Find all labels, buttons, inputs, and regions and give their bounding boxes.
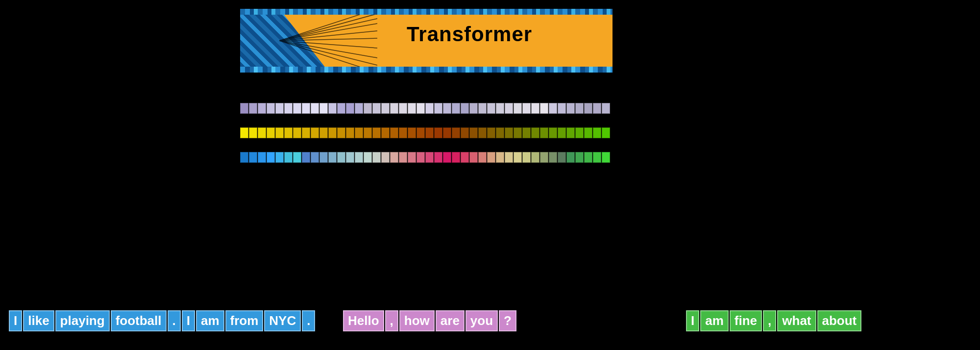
token-cell <box>496 103 504 114</box>
token-cell <box>267 127 275 138</box>
token-cell <box>390 127 398 138</box>
token-cell <box>593 103 601 114</box>
token-cell <box>284 152 293 163</box>
token-word: about <box>817 310 862 331</box>
token-word: . <box>302 310 315 331</box>
token-cell <box>443 127 451 138</box>
token-cell <box>399 152 407 163</box>
token-word: how <box>399 310 435 331</box>
token-cell <box>558 103 566 114</box>
token-cell <box>381 127 390 138</box>
token-cell <box>240 152 248 163</box>
token-cell <box>487 103 495 114</box>
token-bar-1 <box>240 103 610 114</box>
token-cell <box>355 103 363 114</box>
token-bar-3 <box>240 152 610 163</box>
banner-fan-icon <box>279 9 377 73</box>
token-cell <box>496 127 504 138</box>
token-cell <box>514 152 522 163</box>
token-bar-2 <box>240 127 610 138</box>
token-cell <box>328 103 337 114</box>
banner: Transformer <box>240 9 612 73</box>
token-cell <box>249 103 257 114</box>
token-word: NYC <box>264 310 301 331</box>
token-cell <box>514 103 522 114</box>
token-cell <box>425 152 434 163</box>
token-cell <box>355 152 363 163</box>
token-cell <box>337 103 345 114</box>
token-cell <box>469 103 478 114</box>
token-cell <box>566 127 575 138</box>
token-cell <box>293 152 301 163</box>
token-cell <box>346 152 354 163</box>
token-cell <box>522 152 531 163</box>
token-word: ? <box>499 310 516 331</box>
token-word: Hello <box>343 310 384 331</box>
token-cell <box>575 103 584 114</box>
token-cell <box>452 127 460 138</box>
token-cell <box>390 152 398 163</box>
token-word: I <box>9 310 22 331</box>
token-cell <box>328 152 337 163</box>
token-cell <box>593 152 601 163</box>
token-cell <box>258 103 266 114</box>
token-cell <box>258 127 266 138</box>
token-cell <box>399 127 407 138</box>
token-cell <box>249 152 257 163</box>
token-cell <box>531 127 539 138</box>
token-cell <box>425 103 434 114</box>
token-cell <box>478 152 487 163</box>
token-cell <box>469 152 478 163</box>
token-word: football <box>111 310 167 331</box>
token-cell <box>540 152 548 163</box>
token-cell <box>549 103 557 114</box>
token-word: are <box>436 310 465 331</box>
token-cell <box>558 152 566 163</box>
token-sequence-2: Hello,howareyou? <box>343 310 516 331</box>
token-cell <box>337 152 345 163</box>
token-cell <box>302 127 310 138</box>
token-cell <box>311 127 319 138</box>
token-word: you <box>466 310 498 331</box>
token-cell <box>584 103 592 114</box>
token-cell <box>487 152 495 163</box>
svg-line-2 <box>279 19 377 41</box>
token-cell <box>566 152 575 163</box>
token-cell <box>311 152 319 163</box>
token-cell <box>566 103 575 114</box>
token-cell <box>275 103 284 114</box>
token-cell <box>275 152 284 163</box>
token-cell <box>293 103 301 114</box>
token-word: like <box>23 310 54 331</box>
token-cell <box>514 127 522 138</box>
token-cell <box>602 103 610 114</box>
token-cell <box>593 127 601 138</box>
token-cell <box>434 152 442 163</box>
token-cell <box>602 152 610 163</box>
svg-line-7 <box>279 41 377 58</box>
token-cell <box>434 103 442 114</box>
token-cell <box>346 103 354 114</box>
token-cell <box>240 103 248 114</box>
token-cell <box>337 127 345 138</box>
token-cell <box>328 127 337 138</box>
token-cell <box>461 152 469 163</box>
token-cell <box>434 127 442 138</box>
token-cell <box>408 152 416 163</box>
token-cell <box>575 152 584 163</box>
token-cell <box>461 103 469 114</box>
token-cell <box>505 103 513 114</box>
token-cell <box>267 152 275 163</box>
token-cell <box>319 103 328 114</box>
token-cell <box>416 152 425 163</box>
token-cell <box>381 152 390 163</box>
token-cell <box>372 152 381 163</box>
token-sequence-3: Iamfine,whatabout <box>686 310 861 331</box>
token-cell <box>540 103 548 114</box>
token-cell <box>425 127 434 138</box>
token-cell <box>416 103 425 114</box>
token-cell <box>443 103 451 114</box>
token-cell <box>505 152 513 163</box>
token-cell <box>364 152 372 163</box>
token-cell <box>302 152 310 163</box>
